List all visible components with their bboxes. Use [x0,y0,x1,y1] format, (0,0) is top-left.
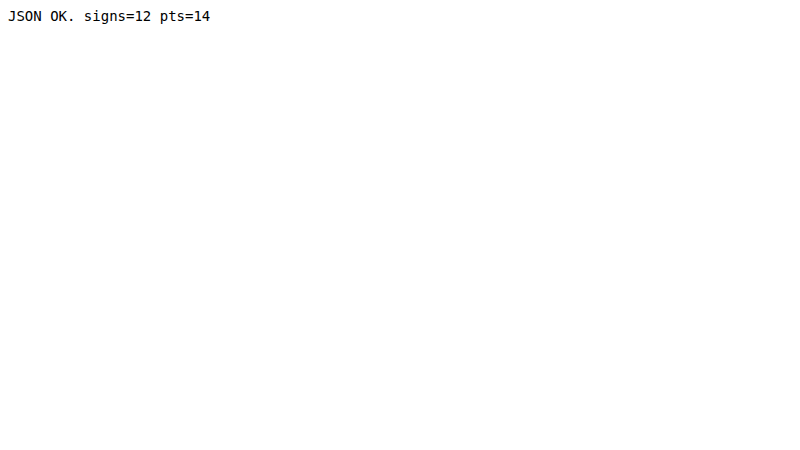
debug-output: JSON OK. signs=12 pts=14 [8,8,792,24]
